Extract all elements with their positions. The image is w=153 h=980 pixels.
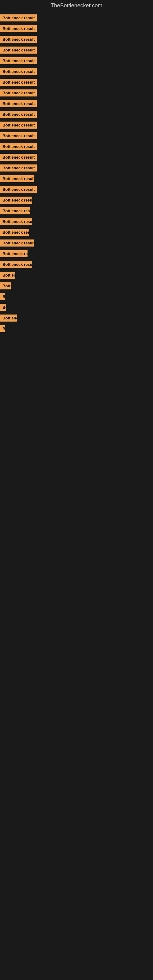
bottleneck-row: Bottleneck result [0,56,153,66]
bottleneck-badge: Bottleneck result [0,240,33,247]
bottleneck-row: Bottleneck result [0,141,153,152]
bottleneck-row: Bottleneck result [0,227,153,238]
bottleneck-badge: Bottleneck result [0,111,37,118]
bottleneck-row: Bottleneck result [0,23,153,34]
bottleneck-badge: Bottleneck result [0,325,5,332]
bottleneck-badge: Bottleneck result [0,57,37,64]
bottleneck-badge: Bottleneck result [0,304,6,311]
bottleneck-badge: Bottleneck result [0,175,33,182]
bottleneck-row: Bottleneck result [0,291,153,302]
bottleneck-row: Bottleneck result [0,66,153,77]
bottleneck-row: Bottleneck result [0,280,153,291]
bottleneck-badge: Bottleneck result [0,122,37,129]
bottleneck-badge: Bottleneck result [0,68,37,75]
bottleneck-badge: Bottleneck result [0,36,37,43]
bottleneck-row: Bottleneck result [0,162,153,173]
bottleneck-row: Bottleneck result [0,120,153,130]
bottleneck-badge: Bottleneck result [0,164,37,172]
bottleneck-badge: Bottleneck result [0,315,17,321]
bottleneck-badge: Bottleneck result [0,229,29,236]
bottleneck-row: Bottleneck result [0,313,153,323]
bottleneck-badge: Bottleneck result [0,272,15,279]
bottleneck-badge: Bottleneck result [0,89,37,97]
bottleneck-row: Bottleneck result [0,45,153,56]
bottleneck-badge: Bottleneck result [0,261,32,268]
bottleneck-badge: Bottleneck result [0,154,37,161]
bottleneck-badge: Bottleneck result [0,25,37,32]
bottleneck-row: Bottleneck result [0,259,153,270]
bottleneck-row: Bottleneck result [0,205,153,216]
bottleneck-row: Bottleneck result [0,109,153,120]
bottleneck-row: Bottleneck result [0,184,153,195]
bottleneck-row: Bottleneck result [0,238,153,248]
bottleneck-row: Bottleneck result [0,77,153,88]
bottleneck-row: Bottleneck result [0,248,153,259]
bottleneck-badge: Bottleneck result [0,186,37,193]
bottleneck-badge: Bottleneck result [0,250,27,257]
bottleneck-row: Bottleneck result [0,302,153,313]
bottleneck-row: Bottleneck result [0,216,153,227]
bottleneck-row: Bottleneck result [0,13,153,23]
bottleneck-badge: Bottleneck result [0,218,32,225]
bottleneck-row: Bottleneck result [0,34,153,45]
bottleneck-badge: Bottleneck result [0,197,32,204]
bottleneck-badge: Bottleneck result [0,207,30,215]
bottleneck-row: Bottleneck result [0,88,153,98]
bottleneck-row: Bottleneck result [0,98,153,109]
bottleneck-badge: Bottleneck result [0,79,37,86]
bottleneck-row: Bottleneck result [0,270,153,280]
bottleneck-row: Bottleneck result [0,173,153,184]
bottleneck-row: Bottleneck result [0,130,153,141]
bottleneck-badge: Bottleneck result [0,143,37,150]
bottleneck-badge: Bottleneck result [0,46,37,54]
bottleneck-badge: Bottleneck result [0,282,11,290]
bottleneck-badge: Bottleneck result [0,14,37,21]
bottleneck-row: Bottleneck result [0,152,153,162]
bottleneck-badge: Bottleneck result [0,293,5,300]
bottleneck-row: Bottleneck result [0,195,153,205]
bottleneck-row: Bottleneck result [0,323,153,334]
site-title: TheBottlenecker.com [0,0,153,13]
bottleneck-badge: Bottleneck result [0,100,37,107]
bottleneck-badge: Bottleneck result [0,132,37,139]
